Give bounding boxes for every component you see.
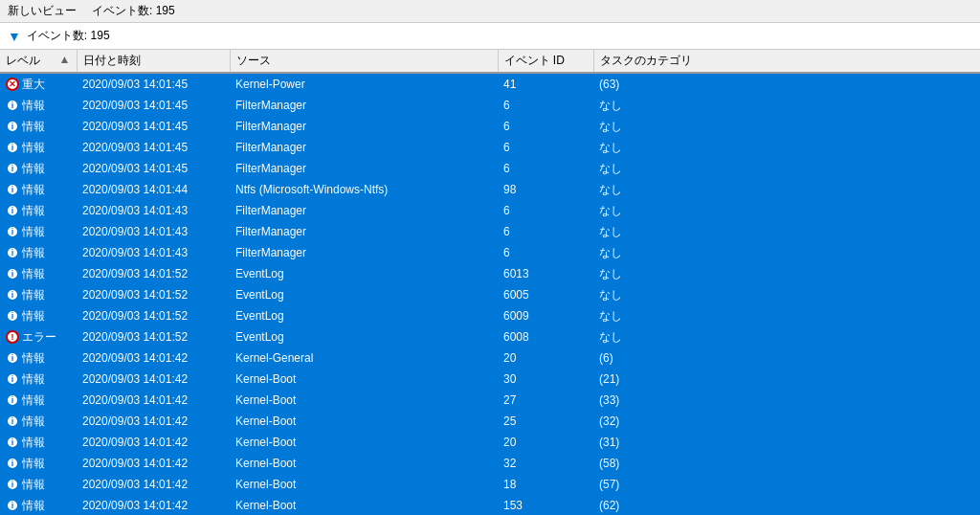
cell-datetime: 2020/09/03 14:01:45 [77, 158, 230, 179]
cell-category: (62) [593, 495, 980, 515]
cell-datetime: 2020/09/03 14:01:43 [77, 221, 230, 242]
level-label: 情報 [22, 370, 45, 388]
table-row[interactable]: i情報2020/09/03 14:01:45FilterManager6なし [0, 95, 980, 116]
level-label: 情報 [22, 434, 45, 451]
cell-eventid: 6013 [498, 263, 593, 284]
cell-source: Kernel-Boot [230, 390, 498, 411]
table-row[interactable]: i情報2020/09/03 14:01:43FilterManager6なし [0, 242, 980, 263]
cell-datetime: 2020/09/03 14:01:42 [77, 411, 230, 432]
table-row[interactable]: i情報2020/09/03 14:01:44Ntfs (Microsoft-Wi… [0, 179, 980, 200]
critical-icon: ✕ [6, 78, 19, 91]
cell-level: i情報 [0, 474, 77, 495]
table-container[interactable]: レベル ▲ 日付と時刻 ソース イベント ID タスクのカテゴリ ✕重大2020… [0, 50, 980, 515]
table-row[interactable]: i情報2020/09/03 14:01:42Kernel-Boot20(31) [0, 432, 980, 453]
cell-level: i情報 [0, 347, 77, 369]
col-header-datetime[interactable]: 日付と時刻 [77, 50, 230, 73]
cell-category: (31) [593, 432, 980, 453]
cell-datetime: 2020/09/03 14:01:52 [77, 305, 230, 326]
table-row[interactable]: i情報2020/09/03 14:01:45FilterManager6なし [0, 158, 980, 179]
table-row[interactable]: i情報2020/09/03 14:01:52EventLog6013なし [0, 263, 980, 284]
cell-source: FilterManager [230, 95, 498, 116]
table-row[interactable]: ✕重大2020/09/03 14:01:45Kernel-Power41(63) [0, 73, 980, 95]
col-header-category[interactable]: タスクのカテゴリ [593, 50, 980, 73]
cell-level: i情報 [0, 411, 77, 432]
table-row[interactable]: i情報2020/09/03 14:01:42Kernel-General20(6… [0, 347, 980, 369]
cell-source: FilterManager [230, 116, 498, 137]
level-label: 情報 [22, 413, 45, 430]
cell-eventid: 18 [498, 474, 593, 495]
table-row[interactable]: i情報2020/09/03 14:01:45FilterManager6なし [0, 137, 980, 158]
cell-category: (21) [593, 369, 980, 390]
table-row[interactable]: i情報2020/09/03 14:01:45FilterManager6なし [0, 116, 980, 137]
col-header-source[interactable]: ソース [230, 50, 498, 73]
cell-source: Kernel-Boot [230, 411, 498, 432]
level-label: 情報 [22, 349, 45, 367]
col-header-level[interactable]: レベル ▲ [0, 50, 77, 73]
cell-datetime: 2020/09/03 14:01:45 [77, 116, 230, 137]
table-row[interactable]: i情報2020/09/03 14:01:42Kernel-Boot18(57) [0, 474, 980, 495]
cell-source: Kernel-Boot [230, 432, 498, 453]
level-label: 情報 [22, 476, 45, 493]
cell-category: なし [593, 116, 980, 137]
table-row[interactable]: i情報2020/09/03 14:01:52EventLog6009なし [0, 305, 980, 326]
cell-eventid: 6008 [498, 326, 593, 347]
info-icon: i [6, 183, 19, 196]
level-label: 情報 [22, 307, 45, 325]
cell-source: Ntfs (Microsoft-Windows-Ntfs) [230, 179, 498, 200]
cell-category: (33) [593, 390, 980, 411]
table-row[interactable]: i情報2020/09/03 14:01:52EventLog6005なし [0, 284, 980, 305]
cell-source: EventLog [230, 326, 498, 347]
table-row[interactable]: !エラー2020/09/03 14:01:52EventLog6008なし [0, 326, 980, 347]
level-label: 情報 [22, 455, 45, 472]
table-row[interactable]: i情報2020/09/03 14:01:42Kernel-Boot27(33) [0, 390, 980, 411]
cell-source: Kernel-Boot [230, 474, 498, 495]
cell-datetime: 2020/09/03 14:01:52 [77, 263, 230, 284]
cell-source: FilterManager [230, 200, 498, 221]
level-label: 情報 [22, 223, 45, 240]
cell-category: (63) [593, 73, 980, 95]
filter-event-count: イベント数: 195 [27, 28, 110, 44]
level-label: 情報 [22, 118, 45, 135]
cell-eventid: 20 [498, 347, 593, 369]
cell-source: Kernel-General [230, 347, 498, 369]
table-row[interactable]: i情報2020/09/03 14:01:43FilterManager6なし [0, 221, 980, 242]
info-icon: i [6, 288, 19, 302]
table-row[interactable]: i情報2020/09/03 14:01:42Kernel-Boot153(62) [0, 495, 980, 515]
cell-eventid: 6 [498, 137, 593, 158]
info-icon: i [6, 162, 19, 175]
cell-level: !エラー [0, 326, 77, 347]
table-row[interactable]: i情報2020/09/03 14:01:43FilterManager6なし [0, 200, 980, 221]
cell-datetime: 2020/09/03 14:01:42 [77, 495, 230, 515]
cell-datetime: 2020/09/03 14:01:45 [77, 73, 230, 95]
cell-eventid: 6 [498, 221, 593, 242]
cell-level: i情報 [0, 242, 77, 263]
table-row[interactable]: i情報2020/09/03 14:01:42Kernel-Boot32(58) [0, 453, 980, 474]
cell-datetime: 2020/09/03 14:01:52 [77, 284, 230, 305]
cell-level: i情報 [0, 453, 77, 474]
cell-datetime: 2020/09/03 14:01:52 [77, 326, 230, 347]
cell-category: なし [593, 326, 980, 347]
view-label: 新しいビュー [8, 3, 77, 19]
cell-level: i情報 [0, 116, 77, 137]
cell-eventid: 6 [498, 116, 593, 137]
cell-level: i情報 [0, 432, 77, 453]
table-row[interactable]: i情報2020/09/03 14:01:42Kernel-Boot25(32) [0, 411, 980, 432]
cell-source: FilterManager [230, 137, 498, 158]
table-row[interactable]: i情報2020/09/03 14:01:42Kernel-Boot30(21) [0, 369, 980, 390]
info-icon: i [6, 436, 19, 449]
cell-level: i情報 [0, 263, 77, 284]
cell-category: なし [593, 158, 980, 179]
level-label: 情報 [22, 286, 45, 303]
cell-source: FilterManager [230, 158, 498, 179]
info-icon: i [6, 414, 19, 428]
cell-category: なし [593, 263, 980, 284]
level-label: 重大 [22, 76, 45, 93]
cell-level: ✕重大 [0, 73, 77, 95]
col-header-eventid[interactable]: イベント ID [498, 50, 593, 73]
cell-eventid: 27 [498, 390, 593, 411]
cell-datetime: 2020/09/03 14:01:44 [77, 179, 230, 200]
level-label: 情報 [22, 181, 45, 198]
cell-category: なし [593, 305, 980, 326]
cell-eventid: 25 [498, 411, 593, 432]
level-label: 情報 [22, 97, 45, 114]
